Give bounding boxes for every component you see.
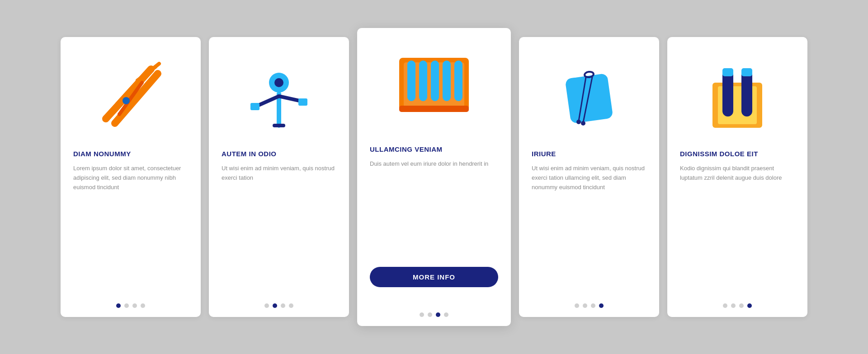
svg-rect-32 <box>722 68 733 76</box>
dot-2-3 <box>281 303 285 308</box>
sprinkler-icon <box>241 56 317 132</box>
card-icon-area-2 <box>209 37 349 145</box>
dot-4-1 <box>575 303 579 308</box>
card-4: IRIURE Ut wisi enim ad minim veniam, qui… <box>519 37 659 317</box>
svg-line-9 <box>279 96 299 101</box>
card-icon-area-1 <box>61 37 201 145</box>
box-icon <box>699 56 776 132</box>
card-content-2: AUTEM IN ODIO Ut wisi enim ad minim veni… <box>209 145 349 295</box>
card-title-1: DIAM NONUMMY <box>73 150 188 158</box>
dot-1-4 <box>141 303 145 308</box>
card-text-5: Kodio dignissim qui blandit praesent lup… <box>680 164 795 286</box>
card-5: DIGNISSIM DOLOE EIT Kodio dignissim qui … <box>667 37 807 317</box>
svg-point-3 <box>123 97 130 104</box>
dot-3-3 <box>436 312 440 317</box>
svg-rect-10 <box>250 103 259 110</box>
dot-5-3 <box>739 303 744 308</box>
svg-line-8 <box>259 96 279 105</box>
card-dots-5 <box>723 295 752 317</box>
card-dots-1 <box>116 295 145 317</box>
dot-4-4 <box>599 303 604 308</box>
svg-point-27 <box>581 121 585 126</box>
card-icon-area-5 <box>667 37 807 145</box>
card-title-3: ULLAMCING VENIAM <box>370 145 498 153</box>
card-2: AUTEM IN ODIO Ut wisi enim ad minim veni… <box>209 37 349 317</box>
card-text-1: Lorem ipsum dolor sit amet, consectetuer… <box>73 164 188 286</box>
dot-4-3 <box>591 303 595 308</box>
card-icon-area-4 <box>519 37 659 145</box>
card-content-1: DIAM NONUMMY Lorem ipsum dolor sit amet,… <box>61 145 201 295</box>
dot-5-1 <box>723 303 727 308</box>
svg-rect-18 <box>431 61 439 101</box>
svg-rect-20 <box>454 61 462 101</box>
dot-5-4 <box>747 303 752 308</box>
svg-rect-22 <box>565 73 613 124</box>
dot-2-4 <box>289 303 293 308</box>
card-title-2: AUTEM IN ODIO <box>222 150 336 158</box>
dot-3-1 <box>420 312 424 317</box>
card-content-3: ULLAMCING VENIAM Duis autem vel eum iriu… <box>357 141 511 304</box>
dot-5-2 <box>731 303 736 308</box>
dot-1-3 <box>132 303 137 308</box>
card-dots-3 <box>420 304 448 326</box>
svg-rect-33 <box>741 68 752 76</box>
card-text-2: Ut wisi enim ad minim veniam, quis nostr… <box>222 164 336 286</box>
more-info-button[interactable]: MORE INFO <box>370 267 498 287</box>
card-text-3: Duis autem vel eum iriure dolor in hendr… <box>370 159 498 262</box>
svg-point-26 <box>576 120 581 124</box>
tubes-icon <box>391 44 477 130</box>
cards-container: DIAM NONUMMY Lorem ipsum dolor sit amet,… <box>33 10 835 344</box>
svg-rect-21 <box>399 106 469 112</box>
tag-icon <box>551 56 627 132</box>
card-1: DIAM NONUMMY Lorem ipsum dolor sit amet,… <box>61 37 201 317</box>
card-text-4: Ut wisi enim ad minim veniam, quis nostr… <box>532 164 646 286</box>
dot-3-4 <box>444 312 448 317</box>
dot-4-2 <box>583 303 587 308</box>
svg-rect-11 <box>298 98 307 106</box>
svg-rect-19 <box>443 61 451 101</box>
chopsticks-icon <box>92 56 169 132</box>
card-dots-2 <box>264 295 293 317</box>
dot-3-2 <box>428 312 432 317</box>
card-dots-4 <box>575 295 604 317</box>
svg-rect-16 <box>407 61 415 101</box>
card-3: ULLAMCING VENIAM Duis autem vel eum iriu… <box>357 28 511 326</box>
svg-rect-17 <box>419 61 427 101</box>
svg-point-13 <box>274 78 283 87</box>
dot-2-2 <box>273 303 277 308</box>
dot-2-1 <box>264 303 269 308</box>
card-content-5: DIGNISSIM DOLOE EIT Kodio dignissim qui … <box>667 145 807 295</box>
dot-1-2 <box>124 303 129 308</box>
card-title-5: DIGNISSIM DOLOE EIT <box>680 150 795 158</box>
dot-1-1 <box>116 303 121 308</box>
card-title-4: IRIURE <box>532 150 646 158</box>
card-content-4: IRIURE Ut wisi enim ad minim veniam, qui… <box>519 145 659 295</box>
card-icon-area-3 <box>357 28 511 141</box>
